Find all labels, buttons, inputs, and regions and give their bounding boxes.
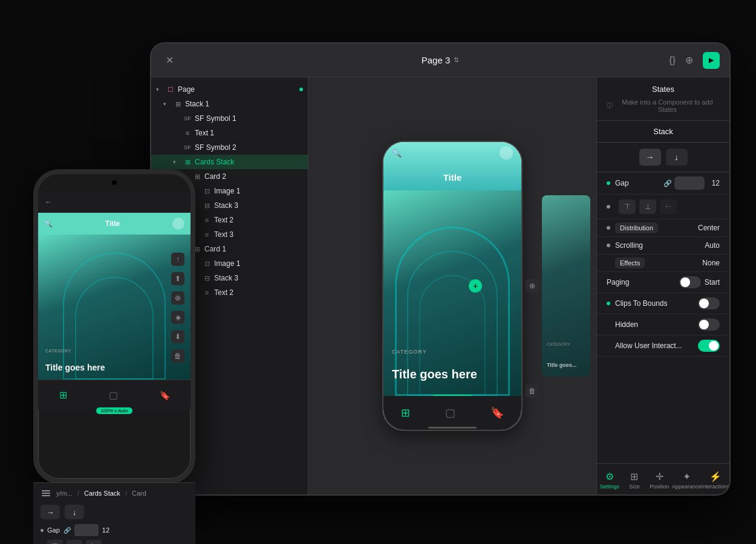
dist-dot [607, 226, 610, 230]
layer-label-card1: Card 1 [204, 245, 303, 253]
layer-item-text1[interactable]: ▸ ≡ Text 1 [151, 126, 308, 140]
mini-gap-row: Gap 🔗 12 [41, 524, 188, 536]
settings-label: Settings [599, 484, 619, 490]
avatar-icon [500, 146, 513, 160]
action-up-btn[interactable]: ↑ [171, 253, 184, 266]
phone-controls-bar: ← [38, 191, 191, 213]
layer-item-sf1[interactable]: ▸ SF SF Symbol 1 [151, 111, 308, 126]
tab-bookmark-icon[interactable]: 🔖 [490, 406, 504, 419]
svg-rect-0 [42, 490, 50, 491]
action-delete-btn[interactable]: 🗑 [171, 349, 184, 363]
hidden-toggle[interactable] [698, 319, 720, 331]
align-bottom-btn[interactable]: ⊢ [660, 199, 677, 214]
layer-label-page: Page [178, 85, 296, 94]
tab-home-icon[interactable]: ▢ [445, 406, 455, 419]
gap-label: Gap [615, 179, 663, 187]
mini-gap-value: 12 [102, 526, 109, 534]
mini-align-bottom-btn[interactable]: ⊢ [86, 540, 102, 544]
layer-label-sf2: SF Symbol 2 [195, 143, 303, 152]
layer-item-page[interactable]: ▾ ☐ Page [151, 82, 308, 97]
stack-icon: ⊞ [183, 158, 192, 166]
scrolling-value: Auto [705, 241, 720, 250]
tab-grid-small[interactable]: ⊞ [59, 389, 67, 401]
back-icon[interactable]: ← [44, 197, 53, 207]
clips-toggle-knob [699, 299, 709, 308]
action-down-btn[interactable]: ⬇ [171, 330, 184, 343]
duplicate-button[interactable]: ⊕ [526, 279, 539, 293]
layer-item-stack1[interactable]: ▾ ⊞ Stack 1 [151, 97, 308, 111]
mini-align-row: ⊤ ⊥ ⊢ [41, 540, 188, 544]
delete-button[interactable]: 🗑 [526, 384, 539, 398]
distribution-badge[interactable]: Distribution [615, 222, 658, 233]
small-size-badge: 100% x Auto [96, 407, 133, 414]
tab-bkmark-small[interactable]: 🔖 [160, 390, 170, 400]
breadcrumb-root: y/m... [56, 490, 73, 497]
link-icon: 🔗 [663, 180, 672, 187]
allow-interact-toggle[interactable] [698, 340, 720, 352]
hidden-toggle-knob [699, 320, 709, 329]
paging-toggle-knob [680, 277, 690, 287]
mini-direction-h-btn[interactable]: → [41, 505, 60, 519]
layers-icon [41, 488, 51, 499]
breadcrumb: y/m... / Cards Stack / Card [41, 488, 188, 499]
states-hint: ⓘ Make into a Component to add States [607, 99, 720, 113]
gap-value: 12 [712, 179, 720, 187]
breadcrumb-sep-2: / [125, 490, 127, 497]
action-copy-btn[interactable]: ⊕ [171, 291, 184, 305]
toolbar-title: Page 3 ⇅ [422, 55, 460, 65]
appearance-icon: ✦ [683, 471, 691, 482]
avatar-small [172, 218, 184, 230]
align-center-btn[interactable]: ⊥ [639, 199, 656, 214]
action-upload-btn[interactable]: ⬆ [171, 272, 184, 285]
mini-align-top-btn[interactable]: ⊤ [47, 540, 63, 544]
add-button[interactable]: + [469, 279, 482, 293]
camera-dot [112, 180, 117, 185]
clips-toggle[interactable] [698, 297, 720, 309]
layer-label-text2a: Text 2 [214, 216, 303, 224]
breadcrumb-card: Card [132, 490, 146, 497]
peek-category-label: CATEGORY [547, 342, 570, 346]
search-icon-small[interactable]: 🔍 [44, 220, 53, 228]
mini-direction-v-btn[interactable]: ↓ [65, 505, 84, 519]
settings-icon: ⚙ [605, 471, 614, 482]
mini-align-center-btn[interactable]: ⊥ [67, 540, 82, 544]
align-row: ⊤ ⊥ ⊢ [597, 195, 729, 219]
tab-size[interactable]: ⊞ Size [622, 468, 647, 492]
layer-item-sf2[interactable]: ▸ SF SF Symbol 2 [151, 140, 308, 155]
tab-appearance[interactable]: ✦ Appearance [672, 468, 702, 492]
copy-icon[interactable]: ⊕ [685, 54, 693, 66]
tab-settings[interactable]: ⚙ Settings [597, 468, 622, 492]
layer-label-text1: Text 1 [195, 129, 303, 137]
action-3d-btn[interactable]: ◈ [171, 311, 184, 324]
chevron-down-icon: ▾ [156, 86, 163, 92]
code-icon[interactable]: {} [669, 55, 676, 66]
tablet: ✕ Page 3 ⇅ {} ⊕ ▶ ▾ ☐ Page [150, 42, 731, 496]
size-icon: ⊞ [630, 471, 638, 482]
effects-badge[interactable]: Effects [615, 257, 645, 268]
gap-input[interactable] [674, 176, 705, 190]
phone-small-title: Title [105, 219, 120, 228]
tab-home-small[interactable]: ▢ [109, 389, 118, 401]
layer-item-cards-stack[interactable]: ▾ ⊞ Cards Stack [151, 155, 308, 169]
direction-horizontal-btn[interactable]: → [639, 149, 661, 166]
position-label: Position [650, 484, 669, 490]
search-icon[interactable]: 🔍 [392, 149, 402, 158]
layer-label-text3: Text 3 [214, 230, 303, 239]
card-title: Title goes here [392, 367, 477, 381]
phone-preview-wrapper: 🔍 Title CATEGORY Title [382, 141, 523, 431]
tab-grid-icon[interactable]: ⊞ [401, 406, 410, 419]
clips-row: Clips To Bounds [597, 293, 729, 314]
close-button[interactable]: ✕ [161, 52, 178, 69]
play-button[interactable]: ▶ [703, 52, 720, 69]
effects-label: Effects [607, 259, 702, 267]
mini-gap-input[interactable] [74, 524, 99, 536]
paging-toggle[interactable] [679, 276, 701, 288]
phone-status-bar: 🔍 [383, 142, 521, 164]
direction-vertical-btn[interactable]: ↓ [666, 149, 688, 166]
properties-panel: States ⓘ Make into a Component to add St… [596, 77, 729, 494]
align-top-btn[interactable]: ⊤ [619, 199, 636, 214]
tab-interactions[interactable]: ⚡ Interactions [701, 468, 729, 492]
tab-position[interactable]: ✛ Position [647, 468, 672, 492]
phone-notch [38, 174, 191, 191]
phone-card: CATEGORY Title goes here 100% x Auto [383, 190, 521, 396]
